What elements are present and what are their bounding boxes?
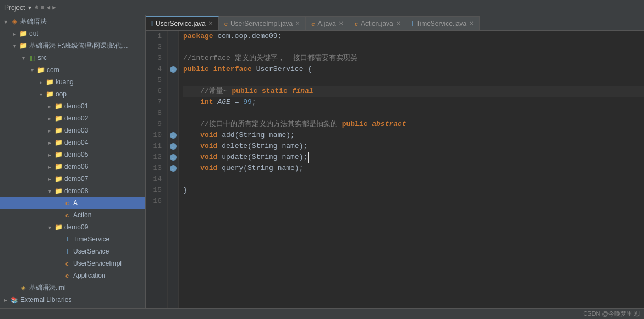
- folder-icon: 📁: [54, 126, 63, 135]
- project-label[interactable]: Project: [4, 4, 25, 12]
- code-line-6: //常量~ public static final: [183, 86, 644, 97]
- tree-item-root[interactable]: ▾ ◈ 基础语法: [0, 15, 145, 28]
- tree-item-timeservice[interactable]: I TimeService: [0, 233, 145, 245]
- tab-label: UserService.java: [156, 20, 206, 28]
- tree-item-jiyuyu[interactable]: ▾ 📁 基础语法 F:\班级管理\网课班\代码/Ja: [0, 40, 145, 52]
- code-line-13: void query(String name);: [183, 163, 644, 174]
- impl-marker-10[interactable]: ↓: [170, 132, 177, 139]
- tree-label: demo01: [64, 102, 145, 110]
- expand-icon[interactable]: ▶: [52, 4, 56, 11]
- impl-marker-11[interactable]: ↓: [170, 143, 177, 150]
- arrow-icon: ▸: [45, 128, 54, 134]
- gutter: ↓ ↓ ↓ ↓ ↓: [168, 31, 179, 308]
- tree-label: demo04: [64, 139, 145, 146]
- tree-item-iml[interactable]: ◈ 基础语法.iml: [0, 282, 145, 294]
- arrow-icon: ▸: [45, 176, 54, 182]
- tree-label: src: [38, 54, 145, 62]
- tree-item-demo03[interactable]: ▸ 📁 demo03: [0, 124, 145, 136]
- code-line-14: [183, 174, 644, 185]
- tree-item-userserviceimpl[interactable]: c UserServiceImpl: [0, 257, 145, 270]
- tree-item-com[interactable]: ▾ 📁 com: [0, 64, 145, 76]
- tree-item-src[interactable]: ▾ ◧ src: [0, 52, 145, 64]
- tab-label: TimeService.java: [416, 20, 467, 28]
- impl-marker-4[interactable]: ↓: [170, 66, 177, 73]
- impl-marker-12[interactable]: ↓: [170, 154, 177, 161]
- arrow-icon: ▸: [45, 164, 54, 170]
- libs-icon: 📚: [10, 295, 19, 304]
- arrow-icon: ▾: [36, 91, 45, 97]
- interface-icon: I: [63, 235, 71, 244]
- settings-icon[interactable]: ⚙: [35, 4, 38, 11]
- tree-item-demo07[interactable]: ▸ 📁 demo07: [0, 173, 145, 185]
- folder-icon: 📁: [54, 223, 63, 232]
- tab-userservice[interactable]: I UserService.java ✕: [146, 16, 219, 30]
- arrow-icon: ▾: [19, 55, 27, 61]
- close-icon[interactable]: ✕: [208, 20, 213, 26]
- tab-label: UserServiceImpl.java: [230, 20, 293, 28]
- tree-label: demo09: [64, 223, 145, 231]
- code-line-1: package com.oop.demo09;: [183, 31, 644, 42]
- tab-userserviceimpl[interactable]: c UserServiceImpl.java ✕: [219, 16, 306, 30]
- class-icon: c: [63, 211, 71, 219]
- tree-label: demo03: [64, 127, 145, 134]
- code-editor[interactable]: 1 2 3 4 5 6 7 8 9 10 11 12 13 14 15 16: [146, 31, 644, 308]
- tree-label: TimeService: [73, 235, 145, 243]
- tab-label: A.java: [317, 20, 335, 28]
- close-icon[interactable]: ✕: [339, 20, 343, 26]
- arrow-icon: ▾: [45, 224, 54, 230]
- tree-item-demo05[interactable]: ▸ 📁 demo05: [0, 148, 145, 161]
- tree-label: demo07: [64, 175, 145, 183]
- tab-ajava[interactable]: c A.java ✕: [306, 16, 349, 30]
- class-icon: c: [311, 20, 315, 27]
- code-line-11: void delete(String name);: [183, 141, 644, 152]
- code-line-8: [183, 108, 644, 119]
- interface-icon: I: [63, 247, 71, 256]
- tree-label: com: [47, 66, 145, 74]
- tree-item-kuang[interactable]: ▸ 📁 kuang: [0, 76, 145, 88]
- tree-item-action[interactable]: c Action: [0, 209, 145, 221]
- arrow-icon: ▾: [45, 188, 54, 194]
- class-icon: c: [63, 199, 71, 207]
- arrow-icon: ▸: [45, 116, 54, 122]
- menu-icon[interactable]: ≡: [41, 4, 45, 11]
- tree-label: UserService: [73, 248, 145, 255]
- tree-item-demo04[interactable]: ▸ 📁 demo04: [0, 136, 145, 148]
- close-icon[interactable]: ✕: [396, 20, 400, 26]
- close-icon[interactable]: ✕: [295, 20, 300, 26]
- tree-label: 基础语法 F:\班级管理\网课班\代码/Ja: [29, 41, 134, 51]
- tree-item-class-a[interactable]: c A: [0, 197, 145, 209]
- arrow-icon: ▸: [10, 31, 19, 37]
- close-icon[interactable]: ✕: [469, 20, 474, 26]
- tree-item-userservice[interactable]: I UserService: [0, 245, 145, 257]
- tree-item-application[interactable]: c Application: [0, 270, 145, 282]
- tree-item-out[interactable]: ▸ 📁 out: [0, 28, 145, 40]
- tree-item-demo01[interactable]: ▸ 📁 demo01: [0, 100, 145, 112]
- folder-icon: 📁: [54, 174, 63, 183]
- collapse-icon[interactable]: ◀: [47, 4, 51, 11]
- code-lines[interactable]: package com.oop.demo09; //interface 定义的关…: [179, 31, 644, 308]
- tree-item-demo09[interactable]: ▾ 📁 demo09: [0, 221, 145, 233]
- impl-marker-13[interactable]: ↓: [170, 165, 177, 172]
- tree-item-demo06[interactable]: ▸ 📁 demo06: [0, 161, 145, 173]
- iml-icon: ◈: [19, 283, 27, 292]
- tab-actionjava[interactable]: c Action.java ✕: [349, 16, 406, 30]
- tree-label: 基础语法: [20, 17, 145, 26]
- folder-icon: 📁: [54, 162, 63, 171]
- status-right: CSDN @今晚梦里见i: [583, 310, 640, 318]
- arrow-icon: ▾: [10, 43, 19, 49]
- code-line-7: int AGE = 99;: [183, 97, 644, 108]
- line-numbers: 1 2 3 4 5 6 7 8 9 10 11 12 13 14 15 16: [146, 31, 168, 308]
- tree-item-oop[interactable]: ▾ 📁 oop: [0, 88, 145, 100]
- tree-item-demo02[interactable]: ▸ 📁 demo02: [0, 112, 145, 124]
- arrow-icon: ▾: [1, 19, 10, 25]
- tab-timeservice[interactable]: I TimeService.java ✕: [406, 16, 480, 30]
- tab-label: Action.java: [361, 20, 393, 28]
- title-bar: Project ▾ ⚙ ≡ ◀ ▶: [0, 0, 644, 15]
- tree-item-demo08[interactable]: ▾ 📁 demo08: [0, 185, 145, 197]
- tree-label: UserServiceImpl: [73, 260, 145, 267]
- chevron-down-icon: ▾: [28, 4, 31, 12]
- tree-item-extlibs[interactable]: ▸ 📚 External Libraries: [0, 294, 145, 306]
- code-line-5: [183, 75, 644, 86]
- tree-label: Action: [73, 211, 145, 219]
- module-icon: ◈: [10, 17, 19, 26]
